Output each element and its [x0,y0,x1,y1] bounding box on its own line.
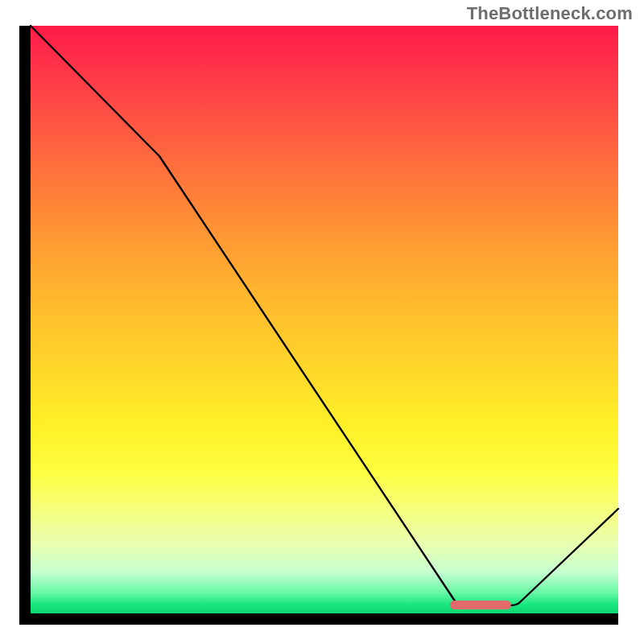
chart-page: { "watermark": "TheBottleneck.com", "cha… [0,0,644,644]
plot-area [31,26,618,613]
y-axis [19,26,31,613]
optimal-range-marker [450,601,511,609]
curve-path [31,26,618,605]
bottleneck-curve [31,26,618,613]
x-axis [19,613,618,625]
watermark-text: TheBottleneck.com [467,3,633,24]
